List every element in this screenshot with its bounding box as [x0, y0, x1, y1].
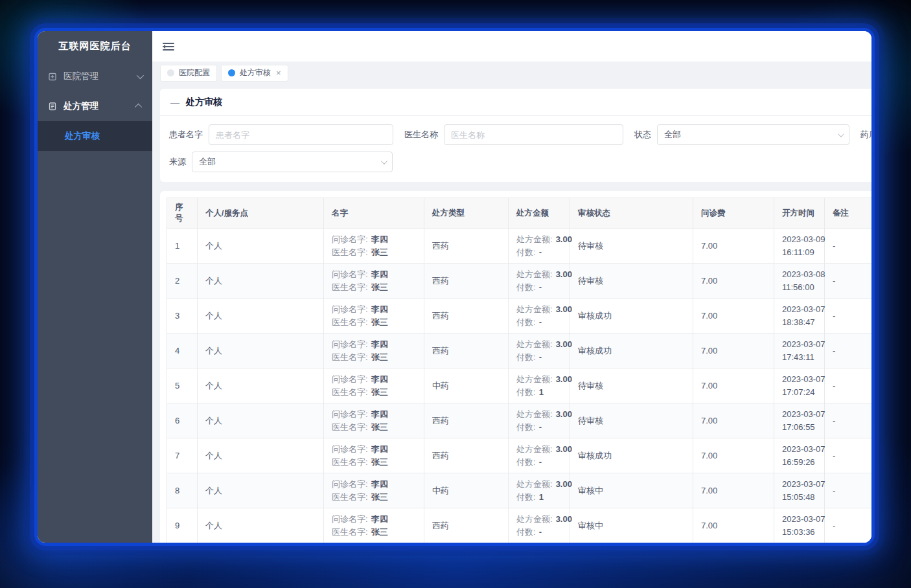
amount-value: 3.00: [556, 479, 572, 489]
doctor-name-label: 医生名字:: [332, 352, 368, 362]
open-time: 18:38:47: [782, 316, 816, 329]
consult-name-value: 李四: [371, 374, 388, 384]
table-row: 4 个人 问诊名字:李四 医生名字:张三 西药 处方金额:3.00 付数:- 审…: [167, 334, 872, 368]
consult-name-value: 李四: [371, 339, 388, 349]
consult-name-value: 李四: [371, 514, 388, 524]
filter-form: 患者名字 医生名称 状态 全部: [160, 116, 871, 182]
amount-value: 3.00: [556, 304, 572, 314]
remark-value: -: [833, 381, 835, 390]
consult-name-label: 问诊名字:: [332, 234, 368, 244]
doctor-name-value: 张三: [371, 422, 388, 432]
status-badge: 审核成功: [578, 311, 612, 321]
doses-label: 付数:: [516, 527, 536, 537]
open-date: 2023-03-07: [782, 443, 816, 456]
table-panel: 序号 个人/服务点 名字 处方类型 处方金额 审核状态 问诊费 开方时间 备注 …: [160, 191, 871, 543]
fee-value: 7.00: [701, 416, 717, 425]
tab-label: 医院配置: [179, 67, 210, 78]
doctor-name-value: 张三: [371, 352, 388, 362]
doses-label: 付数:: [516, 247, 536, 257]
rx-type: 西药: [432, 521, 449, 530]
amount-label: 处方金额:: [516, 339, 553, 349]
tab-bar: 医院配置 处方审核 ×: [152, 62, 871, 84]
amount-label: 处方金额:: [516, 234, 553, 244]
amount-value: 3.00: [556, 409, 572, 419]
amount-value: 3.00: [556, 444, 572, 454]
sidebar-item-label: 医院管理: [63, 71, 137, 82]
source-select[interactable]: 全部: [192, 152, 393, 172]
collapse-icon[interactable]: —: [170, 97, 179, 107]
open-date: 2023-03-07: [782, 513, 816, 526]
col-amount: 处方金额: [509, 198, 570, 229]
tab-prescription-review[interactable]: 处方审核 ×: [221, 65, 288, 82]
doses-value: -: [539, 457, 542, 467]
rx-type: 中药: [432, 381, 449, 390]
consult-name-label: 问诊名字:: [332, 269, 368, 279]
remark-value: -: [833, 416, 835, 425]
col-status: 审核状态: [570, 198, 693, 229]
doctor-name-label: 医生名字:: [332, 422, 368, 432]
tab-hospital-config[interactable]: 医院配置: [160, 65, 217, 82]
consult-name-label: 问诊名字:: [332, 444, 368, 454]
remark-value: -: [833, 276, 835, 286]
chevron-down-icon: [137, 72, 144, 79]
patient-name-label: 患者名字: [169, 129, 203, 141]
app-window: 互联网医院后台 医院管理 处方管理 处方审核: [38, 31, 871, 543]
table-header-row: 序号 个人/服务点 名字 处方类型 处方金额 审核状态 问诊费 开方时间 备注: [167, 198, 872, 229]
hospital-icon: [48, 72, 57, 81]
status-badge: 待审核: [578, 276, 603, 286]
table-row: 6 个人 问诊名字:李四 医生名字:张三 西药 处方金额:3.00 付数:- 待…: [167, 403, 872, 438]
doses-value: 1: [539, 387, 544, 397]
open-date: 2023-03-07: [782, 373, 816, 386]
row-type: 个人: [205, 381, 222, 390]
col-remark: 备注: [825, 198, 872, 229]
sidebar-item-hospital-management[interactable]: 医院管理: [38, 62, 152, 91]
doses-label: 付数:: [516, 387, 536, 397]
status-select[interactable]: 全部: [657, 124, 849, 145]
open-time: 17:07:24: [782, 386, 816, 399]
open-time: 17:06:55: [782, 421, 816, 434]
sidebar-item-label: 处方审核: [65, 130, 100, 142]
sidebar-item-prescription-management[interactable]: 处方管理: [38, 91, 152, 121]
topbar: [152, 31, 871, 62]
sidebar-item-label: 处方管理: [63, 100, 137, 112]
amount-label: 处方金额:: [516, 374, 553, 384]
fee-value: 7.00: [701, 451, 717, 460]
status-label: 状态: [634, 129, 651, 141]
consult-name-label: 问诊名字:: [332, 514, 368, 524]
prescription-table: 序号 个人/服务点 名字 处方类型 处方金额 审核状态 问诊费 开方时间 备注 …: [167, 198, 871, 543]
sidebar-item-prescription-review[interactable]: 处方审核: [38, 121, 152, 151]
rx-type: 西药: [432, 241, 449, 251]
row-index: 9: [175, 521, 179, 530]
open-time: 17:43:11: [782, 351, 816, 364]
doctor-name-value: 张三: [371, 247, 388, 257]
consult-name-label: 问诊名字:: [332, 409, 368, 419]
page-title: 处方审核: [186, 96, 222, 108]
row-type: 个人: [205, 346, 222, 356]
doctor-name-input[interactable]: [444, 124, 623, 145]
amount-label: 处方金额:: [516, 444, 553, 454]
fee-value: 7.00: [701, 311, 717, 321]
consult-name-value: 李四: [371, 234, 388, 244]
status-select-value: 全部: [664, 129, 681, 141]
open-date: 2023-03-09: [782, 233, 816, 246]
status-badge: 审核成功: [578, 346, 612, 356]
consult-name-value: 李四: [371, 409, 388, 419]
doses-value: -: [539, 352, 542, 362]
close-icon[interactable]: ×: [276, 69, 281, 77]
open-time: 11:56:00: [782, 281, 816, 294]
patient-name-input[interactable]: [209, 124, 393, 145]
row-type: 个人: [205, 451, 222, 460]
open-date: 2023-03-08: [782, 268, 816, 281]
doctor-name-value: 张三: [371, 527, 388, 537]
main-area: 医院配置 处方审核 × — 处方审核 患者名字: [152, 31, 871, 543]
rx-type: 西药: [432, 346, 449, 356]
tab-dot-icon: [167, 69, 174, 76]
doctor-name-label: 医生名字:: [332, 527, 368, 537]
menu-fold-icon[interactable]: [161, 40, 176, 54]
row-type: 个人: [205, 416, 222, 425]
row-index: 8: [175, 486, 179, 495]
open-date: 2023-03-07: [782, 408, 816, 421]
doctor-name-value: 张三: [371, 457, 388, 467]
doses-label: 付数:: [516, 422, 536, 432]
table-row: 7 个人 问诊名字:李四 医生名字:张三 西药 处方金额:3.00 付数:- 审…: [167, 438, 872, 473]
